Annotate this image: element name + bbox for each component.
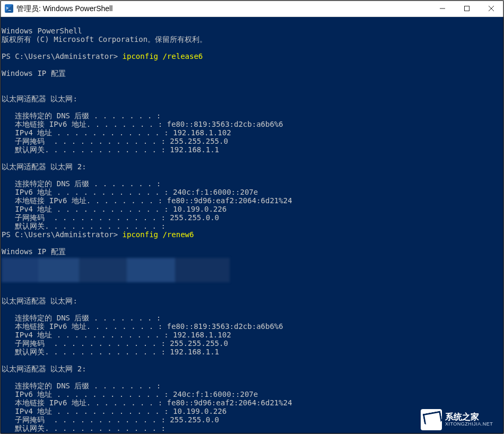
ipconfig-header-2: Windows IP 配置 <box>2 247 66 256</box>
command-2: ipconfig /renew6 <box>123 230 194 239</box>
b1-gateway: 默认网关. . . . . . . . . . . . . : 192.168.… <box>2 348 219 356</box>
minimize-button[interactable] <box>430 1 455 16</box>
a2-gateway: 默认网关. . . . . . . . . . . . . : <box>2 222 166 230</box>
a2-dns: 连接特定的 DNS 后缀 . . . . . . . : <box>2 179 161 188</box>
console-output[interactable]: Windows PowerShell 版权所有 (C) Microsoft Co… <box>1 17 503 433</box>
a1-ipv4: IPv4 地址 . . . . . . . . . . . . : 192.16… <box>2 128 231 137</box>
adapter2-header: 以太网适配器 以太网 2: <box>2 162 86 171</box>
ipconfig-header: Windows IP 配置 <box>2 69 66 77</box>
b2-subnet: 子网掩码 . . . . . . . . . . . . : 255.255.0… <box>2 415 219 424</box>
maximize-button[interactable] <box>455 1 479 16</box>
window-controls <box>430 1 503 16</box>
command-1: ipconfig /release6 <box>123 52 203 60</box>
adapter2b-header: 以太网适配器 以太网 2: <box>2 364 86 373</box>
prompt-line-1: PS C:\Users\Administrator> ipconfig /rel… <box>2 52 203 60</box>
window-title: 管理员: Windows PowerShell <box>16 1 430 16</box>
b2-gateway: 默认网关. . . . . . . . . . . . . : <box>2 424 166 432</box>
watermark-logo-icon <box>421 409 442 430</box>
a1-gateway: 默认网关. . . . . . . . . . . . . : 192.168.… <box>2 145 219 154</box>
adapter1b-header: 以太网适配器 以太网: <box>2 297 77 305</box>
b2-dns: 连接特定的 DNS 后缀 . . . . . . . : <box>2 381 161 390</box>
prompt-line-2: PS C:\Users\Administrator> ipconfig /ren… <box>2 230 194 239</box>
b1-ipv6-link: 本地链接 IPv6 地址. . . . . . . . : fe80::819:… <box>2 322 283 331</box>
powershell-icon <box>5 4 13 13</box>
b2-ipv4: IPv4 地址 . . . . . . . . . . . . : 10.199… <box>2 407 227 415</box>
a2-subnet: 子网掩码 . . . . . . . . . . . . : 255.255.0… <box>2 213 219 222</box>
watermark: 系统之家 XITONGZHIJIA.NET <box>421 409 500 430</box>
b1-subnet: 子网掩码 . . . . . . . . . . . . : 255.255.2… <box>2 339 228 348</box>
b2-ipv6-link: 本地链接 IPv6 地址. . . . . . . . : fe80::9d96… <box>2 398 292 407</box>
a2-ipv4: IPv4 地址 . . . . . . . . . . . . : 10.199… <box>2 205 227 213</box>
b1-ipv4: IPv4 地址 . . . . . . . . . . . . : 192.16… <box>2 331 231 339</box>
a2-ipv6-link: 本地链接 IPv6 地址. . . . . . . . : fe80::9d96… <box>2 196 292 205</box>
powershell-window: 管理员: Windows PowerShell Windows PowerShe… <box>0 0 504 434</box>
a1-ipv6-link: 本地链接 IPv6 地址. . . . . . . . : fe80::819:… <box>2 120 283 128</box>
a1-subnet: 子网掩码 . . . . . . . . . . . . : 255.255.2… <box>2 137 228 145</box>
close-button[interactable] <box>479 1 503 16</box>
prompt-line-3[interactable]: PS C:\Users\Administrator> <box>2 432 127 433</box>
banner-line1: Windows PowerShell <box>2 27 82 35</box>
adapter1-header: 以太网适配器 以太网: <box>2 94 77 103</box>
a2-ipv6: IPv6 地址 . . . . . . . . . . . . : 240c:f… <box>2 188 258 196</box>
b1-dns: 连接特定的 DNS 后缀 . . . . . . . : <box>2 314 161 322</box>
watermark-title: 系统之家 <box>445 413 493 421</box>
redacted-region <box>2 258 230 282</box>
banner-line2: 版权所有 (C) Microsoft Corporation。保留所有权利。 <box>2 35 207 44</box>
a1-dns: 连接特定的 DNS 后缀 . . . . . . . : <box>2 111 161 120</box>
b2-ipv6: IPv6 地址 . . . . . . . . . . . . : 240c:f… <box>2 390 258 398</box>
titlebar[interactable]: 管理员: Windows PowerShell <box>1 1 503 17</box>
watermark-subtitle: XITONGZHIJIA.NET <box>445 421 493 427</box>
svg-rect-0 <box>465 6 470 11</box>
